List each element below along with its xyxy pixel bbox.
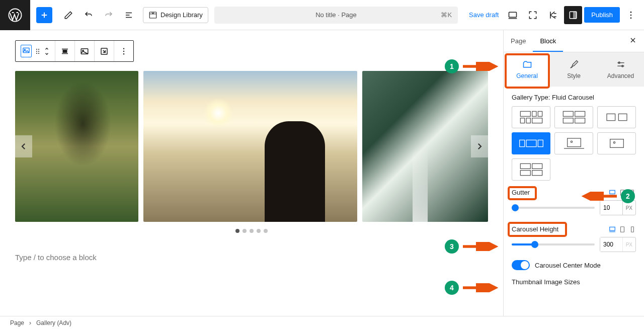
desktop-icon[interactable]: [609, 226, 616, 233]
height-label: Carousel Height: [512, 225, 558, 233]
svg-rect-55: [610, 227, 615, 230]
svg-rect-37: [575, 118, 585, 123]
svg-rect-50: [532, 171, 542, 176]
subtab-advanced[interactable]: Advanced: [597, 52, 644, 87]
gallery-type-option-active[interactable]: [512, 132, 550, 154]
svg-rect-47: [520, 163, 530, 169]
callout-badge: 1: [445, 59, 459, 73]
svg-point-13: [38, 51, 39, 52]
callout-badge: 4: [445, 281, 459, 295]
preview-desktop-icon[interactable]: [504, 6, 522, 24]
svg-rect-42: [538, 140, 543, 146]
dot[interactable]: [264, 229, 268, 233]
preview-fullscreen-icon[interactable]: [524, 6, 542, 24]
document-title: No title · Page: [315, 11, 357, 19]
svg-point-46: [613, 142, 615, 143]
dot[interactable]: [257, 229, 261, 233]
center-mode-toggle[interactable]: [512, 260, 530, 270]
mobile-icon[interactable]: [629, 226, 636, 233]
dot[interactable]: [250, 229, 254, 233]
callout-badge: 3: [445, 239, 459, 254]
subtab-style[interactable]: Style: [550, 52, 597, 87]
height-slider[interactable]: [512, 243, 595, 245]
responsive-device-icons: [609, 226, 636, 233]
svg-rect-2: [509, 12, 517, 17]
svg-rect-30: [538, 111, 542, 116]
close-sidebar-icon[interactable]: [622, 36, 644, 46]
svg-rect-57: [631, 226, 634, 232]
publish-button[interactable]: Publish: [584, 7, 620, 23]
svg-rect-38: [607, 114, 615, 120]
svg-point-6: [630, 14, 632, 16]
move-arrows-icon: [44, 46, 50, 56]
subtab-general[interactable]: General: [504, 52, 550, 87]
carousel-slide[interactable]: [15, 71, 138, 222]
block-toolbar: [15, 40, 134, 62]
center-mode-label: Carousel Center Mode: [535, 262, 601, 269]
carousel-slide[interactable]: [143, 71, 357, 222]
settings-panel-icon[interactable]: [564, 6, 582, 24]
carousel-slide[interactable]: [362, 71, 488, 222]
svg-rect-31: [520, 118, 524, 123]
gutter-slider[interactable]: [512, 207, 595, 209]
gallery-type-option[interactable]: [597, 132, 636, 154]
design-library-button[interactable]: Design Library: [143, 7, 208, 23]
more-menu-icon[interactable]: [622, 6, 640, 24]
svg-point-20: [123, 48, 124, 49]
carousel-prev-arrow[interactable]: [15, 135, 32, 157]
document-outline-icon[interactable]: [121, 7, 137, 23]
svg-rect-29: [532, 111, 536, 116]
gallery-carousel[interactable]: [15, 71, 488, 222]
svg-rect-49: [520, 171, 530, 176]
gallery-type-option[interactable]: [554, 132, 593, 154]
svg-point-10: [36, 49, 37, 50]
kadence-icon[interactable]: [544, 6, 562, 24]
block-type-cell[interactable]: [16, 41, 55, 61]
align-button[interactable]: [55, 41, 75, 61]
svg-rect-35: [575, 111, 585, 116]
save-draft-link[interactable]: Save draft: [469, 11, 499, 19]
brush-icon: [569, 59, 579, 69]
svg-point-44: [571, 141, 572, 142]
undo-icon[interactable]: [80, 7, 97, 23]
block-more-button[interactable]: [114, 41, 133, 61]
crop-button[interactable]: [95, 41, 114, 61]
svg-rect-41: [526, 140, 536, 146]
design-library-label: Design Library: [160, 11, 203, 19]
svg-point-22: [123, 53, 124, 54]
svg-rect-16: [63, 50, 67, 52]
gallery-type-option[interactable]: [512, 106, 550, 128]
image-settings-button[interactable]: [75, 41, 95, 61]
svg-rect-1: [149, 12, 156, 18]
add-block-button[interactable]: [36, 7, 52, 23]
svg-point-12: [36, 51, 37, 52]
document-title-bar[interactable]: No title · Page ⌘K: [214, 7, 458, 24]
sliders-icon: [616, 59, 626, 69]
folder-icon: [522, 59, 532, 69]
command-shortcut: ⌘K: [441, 11, 452, 19]
svg-rect-36: [563, 118, 573, 123]
dot[interactable]: [243, 229, 247, 233]
height-field-row: Carousel Height: [512, 225, 636, 233]
svg-rect-43: [567, 138, 581, 147]
height-value-input[interactable]: [600, 237, 622, 252]
tablet-icon[interactable]: [619, 226, 626, 233]
wordpress-logo[interactable]: [0, 0, 30, 30]
svg-point-5: [630, 11, 632, 13]
subtab-label: General: [516, 72, 538, 79]
gallery-type-option[interactable]: [597, 106, 636, 128]
carousel-next-arrow[interactable]: [471, 135, 488, 157]
block-appender[interactable]: Type / to choose a block: [15, 253, 488, 262]
subtab-label: Advanced: [607, 72, 634, 79]
dot[interactable]: [235, 229, 239, 233]
tab-page[interactable]: Page: [504, 30, 533, 52]
subtab-label: Style: [567, 72, 581, 79]
settings-sidebar: Page Block General Style Advanced Galler…: [503, 30, 644, 317]
gallery-type-option[interactable]: [512, 158, 550, 181]
gallery-type-option[interactable]: [554, 106, 593, 128]
svg-rect-40: [519, 140, 524, 146]
tab-block[interactable]: Block: [533, 30, 563, 52]
height-input: PX: [600, 237, 636, 252]
redo-icon[interactable]: [101, 7, 117, 23]
edit-tool-icon[interactable]: [60, 7, 76, 23]
